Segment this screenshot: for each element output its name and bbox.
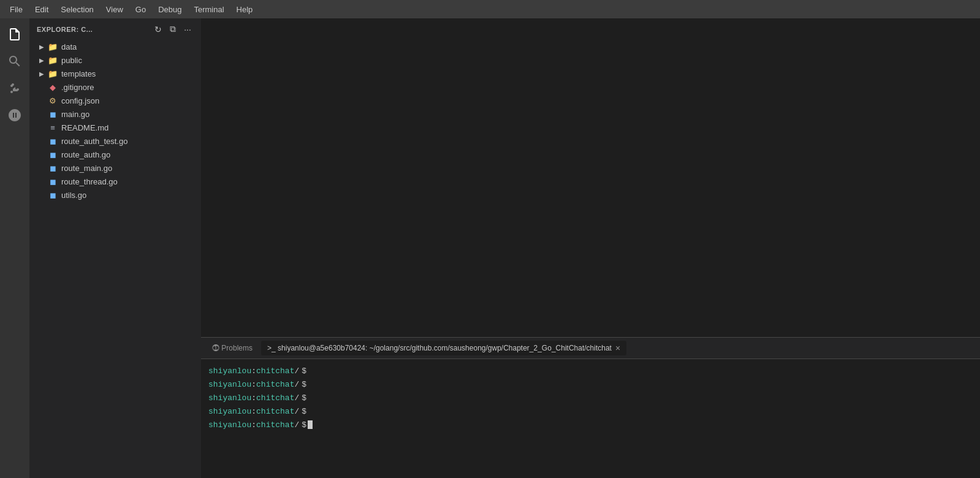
terminal-line-4: shiyanlou:chitchat/ $ xyxy=(208,404,973,418)
menu-view[interactable]: View xyxy=(101,2,128,17)
json-icon: ⚙ xyxy=(48,96,58,105)
spacer xyxy=(37,190,47,200)
file-route-main-go[interactable]: ◼ route_main.go xyxy=(29,161,201,175)
folder-data-label: data xyxy=(61,42,77,51)
collapse-all-button[interactable]: ⧉ xyxy=(167,23,179,36)
explorer-icon[interactable] xyxy=(4,23,26,45)
terminal-colon-1: : xyxy=(251,366,256,376)
problems-tab-label: ⓵ Problems xyxy=(212,344,253,352)
file-main-go-label: main.go xyxy=(61,110,89,119)
go-icon: ◼ xyxy=(48,190,58,200)
folder-public-label: public xyxy=(61,56,82,65)
folder-data[interactable]: ▶ 📁 data xyxy=(29,40,201,53)
file-readme-md-label: README.md xyxy=(61,123,108,132)
terminal-colon-3: : xyxy=(251,393,256,403)
terminal-dollar-1: $ xyxy=(302,366,306,376)
terminal-prompt-user-3: shiyanlou xyxy=(208,393,251,403)
terminal-panel: ⓵ Problems >_ shiyanlou@a5e630b70424: ~/… xyxy=(201,337,980,478)
terminal-tabs: ⓵ Problems >_ shiyanlou@a5e630b70424: ~/… xyxy=(201,338,980,359)
terminal-dollar-4: $ xyxy=(302,407,306,416)
terminal-colon-5: : xyxy=(251,420,256,430)
menu-terminal[interactable]: Terminal xyxy=(189,2,229,17)
file-gitignore-label: .gitignore xyxy=(61,83,94,92)
terminal-dollar-2: $ xyxy=(302,380,306,389)
spacer xyxy=(37,136,47,146)
menu-debug[interactable]: Debug xyxy=(153,2,186,17)
terminal-slash-5: / xyxy=(294,420,299,430)
terminal-line-5: shiyanlou:chitchat/ $ xyxy=(208,418,973,431)
refresh-button[interactable]: ↻ xyxy=(152,23,164,36)
terminal-content[interactable]: shiyanlou:chitchat/ $ shiyanlou:chitchat… xyxy=(201,359,980,478)
file-route-auth-go-label: route_auth.go xyxy=(61,150,110,159)
git-icon: ◆ xyxy=(48,82,58,92)
terminal-slash-1: / xyxy=(294,366,299,376)
terminal-line-3: shiyanlou:chitchat/ $ xyxy=(208,391,973,404)
file-main-go[interactable]: ◼ main.go xyxy=(29,107,201,121)
spacer xyxy=(37,150,47,159)
terminal-prompt-dir-1: chitchat xyxy=(256,366,294,376)
terminal-prompt-user: shiyanlou xyxy=(208,366,251,376)
go-icon: ◼ xyxy=(48,163,58,173)
go-icon: ◼ xyxy=(48,136,58,146)
file-route-auth-go[interactable]: ◼ route_auth.go xyxy=(29,148,201,161)
menu-edit[interactable]: Edit xyxy=(30,2,53,17)
terminal-prompt-dir-5: chitchat xyxy=(256,420,294,430)
file-config-json[interactable]: ⚙ config.json xyxy=(29,94,201,107)
sidebar-header: EXPLORER: C... ↻ ⧉ ··· xyxy=(29,18,201,40)
folder-icon: 📁 xyxy=(48,55,58,65)
menu-help[interactable]: Help xyxy=(232,2,258,17)
spacer xyxy=(37,109,47,119)
editor-main[interactable] xyxy=(201,18,980,337)
sidebar-actions: ↻ ⧉ ··· xyxy=(152,23,194,36)
terminal-slash-3: / xyxy=(294,393,299,403)
file-readme-md[interactable]: ≡ README.md xyxy=(29,121,201,134)
menu-go[interactable]: Go xyxy=(131,2,151,17)
main-container: EXPLORER: C... ↻ ⧉ ··· ▶ 📁 data ▶ 📁 publ… xyxy=(0,18,980,478)
terminal-prompt-dir-3: chitchat xyxy=(256,393,294,403)
folder-icon: 📁 xyxy=(48,42,58,51)
spacer xyxy=(37,176,47,186)
chevron-right-icon: ▶ xyxy=(37,55,47,65)
file-config-json-label: config.json xyxy=(61,96,99,105)
file-route-main-go-label: route_main.go xyxy=(61,164,112,173)
terminal-colon-4: : xyxy=(251,407,256,416)
file-route-auth-test-go[interactable]: ◼ route_auth_test.go xyxy=(29,134,201,148)
terminal-prompt-dir-2: chitchat xyxy=(256,380,294,389)
folder-templates-label: templates xyxy=(61,69,96,78)
terminal-prompt-user-2: shiyanlou xyxy=(208,380,251,389)
file-utils-go-label: utils.go xyxy=(61,191,86,200)
file-utils-go[interactable]: ◼ utils.go xyxy=(29,188,201,202)
folder-public[interactable]: ▶ 📁 public xyxy=(29,53,201,67)
chevron-right-icon: ▶ xyxy=(37,42,47,51)
sidebar-title: EXPLORER: C... xyxy=(37,26,93,33)
terminal-cursor xyxy=(308,420,313,429)
editor-area: ⓵ Problems >_ shiyanlou@a5e630b70424: ~/… xyxy=(201,18,980,478)
problems-tab[interactable]: ⓵ Problems xyxy=(206,341,259,355)
spacer xyxy=(37,163,47,173)
folder-templates[interactable]: ▶ 📁 templates xyxy=(29,67,201,80)
extensions-icon[interactable] xyxy=(4,104,26,126)
chevron-right-icon: ▶ xyxy=(37,69,47,78)
menu-selection[interactable]: Selection xyxy=(56,2,98,17)
menubar: File Edit Selection View Go Debug Termin… xyxy=(0,0,980,18)
go-icon: ◼ xyxy=(48,109,58,119)
terminal-slash-4: / xyxy=(294,407,299,416)
go-icon: ◼ xyxy=(48,150,58,159)
more-actions-button[interactable]: ··· xyxy=(181,23,194,36)
menu-file[interactable]: File xyxy=(5,2,28,17)
file-route-thread-go-label: route_thread.go xyxy=(61,177,118,186)
terminal-dollar-3: $ xyxy=(302,393,306,403)
terminal-line-1: shiyanlou:chitchat/ $ xyxy=(208,364,973,377)
terminal-prompt-user-5: shiyanlou xyxy=(208,420,251,430)
source-control-icon[interactable] xyxy=(4,77,26,99)
close-terminal-button[interactable]: × xyxy=(615,343,620,353)
terminal-line-2: shiyanlou:chitchat/ $ xyxy=(208,377,973,391)
terminal-prompt-dir-4: chitchat xyxy=(256,407,294,416)
activity-bar xyxy=(0,18,29,478)
file-route-thread-go[interactable]: ◼ route_thread.go xyxy=(29,175,201,188)
search-icon[interactable] xyxy=(4,50,26,72)
file-tree: ▶ 📁 data ▶ 📁 public ▶ 📁 templates ◆ .git… xyxy=(29,40,201,478)
file-gitignore[interactable]: ◆ .gitignore xyxy=(29,80,201,94)
shell-tab[interactable]: >_ shiyanlou@a5e630b70424: ~/golang/src/… xyxy=(261,341,626,355)
sidebar: EXPLORER: C... ↻ ⧉ ··· ▶ 📁 data ▶ 📁 publ… xyxy=(29,18,201,478)
